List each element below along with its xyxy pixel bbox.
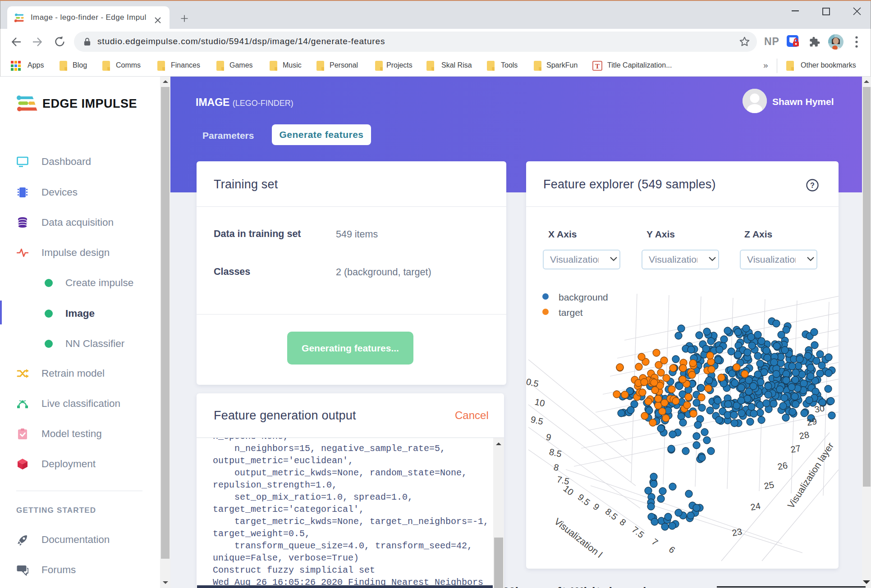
svg-text:8: 8 — [618, 517, 628, 528]
svg-text:7: 7 — [650, 537, 660, 547]
svg-text:24: 24 — [750, 501, 761, 512]
svg-text:28: 28 — [798, 429, 810, 441]
svg-text:29: 29 — [806, 416, 818, 428]
svg-text:?: ? — [810, 182, 815, 189]
svg-text:9.5: 9.5 — [576, 492, 592, 507]
svg-text:25: 25 — [763, 479, 775, 491]
svg-text:10.5: 10.5 — [526, 375, 540, 389]
svg-text:Visualization l: Visualization l — [553, 516, 605, 560]
svg-text:7.5: 7.5 — [630, 524, 646, 540]
svg-text:6: 6 — [667, 544, 677, 555]
svg-text:T: T — [595, 63, 600, 70]
svg-text:9.5: 9.5 — [530, 414, 544, 426]
svg-text:9: 9 — [591, 501, 601, 512]
svg-text:30: 30 — [814, 403, 825, 415]
svg-text:8.5: 8.5 — [604, 506, 619, 522]
svg-text:27: 27 — [790, 443, 802, 455]
svg-text:9: 9 — [545, 432, 552, 442]
svg-text:23: 23 — [731, 526, 743, 538]
svg-text:8.5: 8.5 — [548, 447, 563, 459]
svg-text:10: 10 — [534, 397, 546, 408]
svg-text:26: 26 — [777, 460, 788, 472]
